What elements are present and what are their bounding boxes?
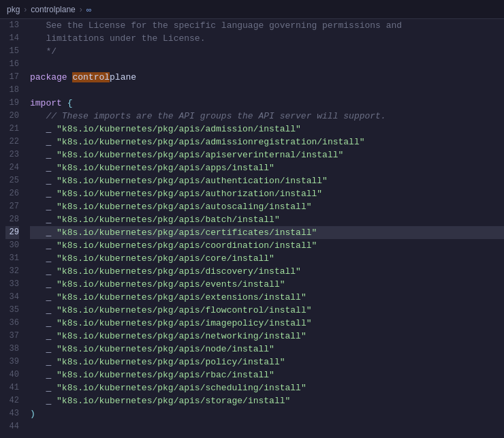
line-number-30: 30 [5, 239, 19, 252]
breadcrumb-sep-2: › [80, 5, 82, 14]
token-blank-id: _ [30, 124, 51, 134]
code-line-35: _ "k8s.io/kubernetes/pkg/apis/flowcontro… [30, 304, 504, 317]
line-number-32: 32 [5, 265, 19, 278]
line-number-35: 35 [5, 304, 19, 317]
line-number-37: 37 [5, 330, 19, 343]
line-number-29: 29 [5, 226, 19, 239]
token-string: "k8s.io/kubernetes/pkg/apis/extensions/i… [57, 292, 306, 302]
title-bar: pkg › controlplane › ∞ [0, 0, 504, 19]
line-number-40: 40 [5, 369, 19, 381]
token-blank-id: _ [30, 253, 51, 264]
line-number-20: 20 [5, 110, 19, 123]
token-string: "k8s.io/kubernetes/pkg/apis/core/install… [57, 253, 274, 264]
token-blank-id: _ [30, 202, 51, 212]
line-number-27: 27 [5, 200, 19, 213]
line-number-31: 31 [5, 252, 19, 265]
token-string: "k8s.io/kubernetes/pkg/apis/authorizatio… [57, 189, 322, 199]
token-blank-id: _ [30, 150, 51, 160]
infinity-icon: ∞ [86, 5, 92, 14]
token-blank-id: _ [30, 279, 51, 290]
code-line-22: _ "k8s.io/kubernetes/pkg/apis/admissionr… [30, 136, 504, 148]
token-string: "k8s.io/kubernetes/pkg/apis/apiserverint… [57, 150, 343, 160]
token-string: "k8s.io/kubernetes/pkg/apis/discovery/in… [57, 266, 301, 277]
token-string: "k8s.io/kubernetes/pkg/apis/admission/in… [57, 124, 301, 134]
line-number-39: 39 [5, 356, 19, 369]
token-string: "k8s.io/kubernetes/pkg/apis/scheduling/i… [57, 383, 306, 393]
line-number-38: 38 [5, 343, 19, 356]
line-number-23: 23 [5, 148, 19, 161]
code-line-27: _ "k8s.io/kubernetes/pkg/apis/autoscalin… [30, 200, 504, 213]
token-blank-id: _ [30, 266, 51, 277]
token-blank-id: _ [30, 396, 51, 406]
token-blank-id: _ [30, 228, 51, 238]
code-line-14: limitations under the License. [30, 32, 504, 45]
token-blank-id: _ [30, 383, 51, 393]
code-line-39: _ "k8s.io/kubernetes/pkg/apis/policy/ins… [30, 356, 504, 369]
code-line-43: ) [30, 407, 504, 420]
code-line-17: package controlplane [30, 71, 504, 84]
token-kw: package [30, 72, 67, 82]
token-blank-id: _ [30, 137, 51, 147]
token-blank-id: _ [30, 292, 51, 302]
code-line-38: _ "k8s.io/kubernetes/pkg/apis/node/insta… [30, 343, 504, 356]
line-number-14: 14 [5, 32, 19, 45]
token-string: "k8s.io/kubernetes/pkg/apis/policy/insta… [57, 357, 285, 367]
token-string: "k8s.io/kubernetes/pkg/apis/admissionreg… [57, 137, 364, 147]
code-line-33: _ "k8s.io/kubernetes/pkg/apis/events/ins… [30, 278, 504, 291]
token-blank-id: _ [30, 344, 51, 354]
code-line-42: _ "k8s.io/kubernetes/pkg/apis/storage/in… [30, 394, 504, 407]
code-line-31: _ "k8s.io/kubernetes/pkg/apis/core/insta… [30, 252, 504, 265]
token-blank-id: _ [30, 176, 51, 186]
token-string: "k8s.io/kubernetes/pkg/apis/rbac/install… [57, 370, 274, 380]
token-string: "k8s.io/kubernetes/pkg/apis/autoscaling/… [57, 202, 311, 212]
code-line-25: _ "k8s.io/kubernetes/pkg/apis/authentica… [30, 174, 504, 187]
line-numbers: 1314151617181920212223242526272829303132… [0, 19, 27, 438]
line-number-26: 26 [5, 187, 19, 200]
token-blank-id: _ [30, 189, 51, 199]
token-string: "k8s.io/kubernetes/pkg/apis/apps/install… [57, 163, 274, 173]
code-line-37: _ "k8s.io/kubernetes/pkg/apis/networking… [30, 330, 504, 343]
code-line-32: _ "k8s.io/kubernetes/pkg/apis/discovery/… [30, 265, 504, 278]
line-number-41: 41 [5, 381, 19, 394]
token-string: "k8s.io/kubernetes/pkg/apis/node/install… [57, 344, 274, 354]
package-highlight: control [72, 72, 110, 82]
code-line-19: import { [30, 97, 504, 110]
line-number-19: 19 [5, 97, 19, 110]
token-string: "k8s.io/kubernetes/pkg/apis/certificates… [57, 228, 317, 238]
token-punct: ) [30, 409, 35, 419]
line-number-33: 33 [5, 278, 19, 291]
token-blank-id: _ [30, 370, 51, 380]
breadcrumb-controlplane[interactable]: controlplane [31, 5, 75, 14]
code-line-26: _ "k8s.io/kubernetes/pkg/apis/authorizat… [30, 187, 504, 200]
code-line-23: _ "k8s.io/kubernetes/pkg/apis/apiserveri… [30, 148, 504, 161]
line-number-21: 21 [5, 123, 19, 136]
line-number-17: 17 [5, 71, 19, 84]
line-number-43: 43 [5, 407, 19, 420]
token-string: "k8s.io/kubernetes/pkg/apis/flowcontrol/… [57, 305, 311, 315]
code-line-34: _ "k8s.io/kubernetes/pkg/apis/extensions… [30, 291, 504, 304]
token-license: */ [30, 46, 57, 57]
token-blank-id: _ [30, 305, 51, 315]
line-number-24: 24 [5, 161, 19, 174]
token-string: "k8s.io/kubernetes/pkg/apis/networking/i… [57, 331, 306, 341]
token-blank-id: _ [30, 357, 51, 367]
line-number-28: 28 [5, 213, 19, 226]
code-content[interactable]: See the License for the specific languag… [27, 19, 504, 438]
breadcrumb-pkg[interactable]: pkg [7, 5, 20, 14]
token-string: "k8s.io/kubernetes/pkg/apis/coordination… [57, 240, 317, 251]
line-number-34: 34 [5, 291, 19, 304]
token-blank-id: _ [30, 318, 51, 328]
code-line-41: _ "k8s.io/kubernetes/pkg/apis/scheduling… [30, 381, 504, 394]
code-line-24: _ "k8s.io/kubernetes/pkg/apis/apps/insta… [30, 161, 504, 174]
breadcrumb-file[interactable]: ∞ [86, 5, 95, 14]
line-number-13: 13 [5, 19, 19, 32]
token-kw: import [30, 98, 62, 108]
line-number-25: 25 [5, 174, 19, 187]
code-line-36: _ "k8s.io/kubernetes/pkg/apis/imagepolic… [30, 317, 504, 330]
token-license: See the License for the specific languag… [30, 20, 402, 31]
token-blank-id: _ [30, 215, 51, 225]
line-number-44: 44 [5, 420, 19, 433]
token-string: "k8s.io/kubernetes/pkg/apis/batch/instal… [57, 215, 280, 225]
token-blank-id: _ [30, 163, 51, 173]
token-blank-id: _ [30, 240, 51, 251]
